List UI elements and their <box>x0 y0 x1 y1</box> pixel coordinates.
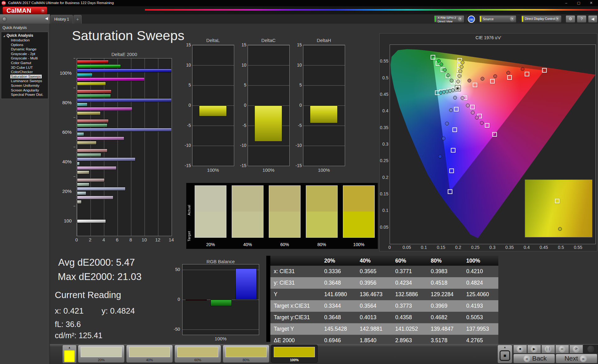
cie-target-square <box>470 105 475 109</box>
logo-dropdown-icon[interactable]: ▼ <box>41 8 45 13</box>
patch-button-60%[interactable]: 60% <box>174 345 221 363</box>
meter-dropdown-arrow-icon[interactable]: ▼ <box>458 16 463 21</box>
cie-x-tick-label: 0.15 <box>437 245 445 250</box>
tree-expand-icon[interactable]: ◢ <box>3 34 5 38</box>
deltae-bar <box>77 128 172 132</box>
patch-button-100%[interactable]: 100% <box>271 345 318 363</box>
maximize-button[interactable]: ▢ <box>572 0 585 6</box>
sidebar-item-spectral-power-dist-[interactable]: Spectral Power Dist. <box>1 92 48 97</box>
cie-measured-point <box>481 77 484 81</box>
display-dropdown-arrow-icon[interactable]: ▼ <box>555 16 560 21</box>
next-button[interactable]: Next» <box>556 354 597 363</box>
sidebar-item-color-gamut[interactable]: Color Gamut <box>1 61 48 65</box>
table-col-header: 100% <box>463 256 498 266</box>
rainbow-strip <box>145 9 598 11</box>
cie-x-tick-label: 0.45 <box>539 245 548 250</box>
sidebar-item-3d-cube-lut[interactable]: 3D Cube LUT <box>1 65 48 70</box>
cie-y-tick-label: 0.55 <box>380 58 388 63</box>
patch-label: 40% <box>126 358 173 362</box>
deltae-x-axis-labels: 02468101214 <box>77 237 171 243</box>
meter-status-badge[interactable]: 231 <box>468 16 475 23</box>
patch-button-20%[interactable]: 20% <box>78 345 125 363</box>
cie-x-tick-label: 0.55 <box>574 245 582 250</box>
patch-expander-button[interactable]: ▲ <box>62 345 77 363</box>
table-row: Target y:CIE310.36480.40130.43580.46820.… <box>270 312 498 323</box>
cie-target-square <box>525 72 529 76</box>
bottom-patch-bar: ▲ 20%40%60%80%100% ▲ ■ ■ ▶ [··] ∞ ⟳ «Bac… <box>50 344 598 364</box>
sidebar-item-options[interactable]: Options <box>1 43 48 47</box>
settings-gear-button[interactable]: ⚙ <box>566 15 575 23</box>
close-button[interactable]: ✕ <box>585 0 597 6</box>
deltae-x-tick-label: 12 <box>155 237 160 242</box>
tab-add-button[interactable]: + <box>74 15 82 24</box>
sidebar-item-grayscale-multi[interactable]: Grayscale - Multi <box>1 56 48 61</box>
deltae-bar <box>77 191 86 195</box>
sidebar-item-screen-angularity[interactable]: Screen Angularity <box>1 88 48 93</box>
deltaH-y-tick-label: 15 <box>292 42 302 47</box>
infinity-icon: ∞ <box>559 346 566 352</box>
deltae-bar <box>77 196 113 199</box>
deltae-bar <box>77 162 80 166</box>
display-control-dropdown[interactable]: Direct Display Control ▼ <box>521 15 562 23</box>
patch-button-40%[interactable]: 40% <box>126 345 173 363</box>
sidebar-header-strip: ◀ <box>0 14 50 24</box>
continuous-measure-button[interactable]: ∞ <box>555 345 569 353</box>
sidebar-item-saturation-sweeps[interactable]: Saturation Sweeps <box>1 74 48 79</box>
cie-y-tick-label: 0.1 <box>380 208 388 213</box>
target-swatch <box>343 212 374 237</box>
actual-row-label: Actual <box>187 189 191 215</box>
calman-logo-menu[interactable]: CalMAN ▼ <box>2 7 47 14</box>
cie-x-tick-label: 0.05 <box>402 245 411 250</box>
sidebar-item-luminance-sweeps[interactable]: Luminance Sweeps <box>1 79 48 83</box>
cie-x-tick-label: 0.3 <box>489 245 495 250</box>
read-patch-button[interactable]: ▲ ■ <box>497 345 512 363</box>
cie-measured-point <box>439 91 443 95</box>
patch-swatch <box>177 347 218 357</box>
source-dropdown-arrow-icon[interactable]: ▼ <box>510 16 515 21</box>
workflow-dot-button[interactable] <box>2 17 7 21</box>
cie-measured-point <box>493 74 497 78</box>
back-button[interactable]: «Back <box>513 354 555 363</box>
sidebar-collapse-icon[interactable]: ◀ <box>45 16 48 21</box>
stop-measure-button[interactable]: ■ <box>513 345 527 353</box>
table-corner-header <box>270 256 321 266</box>
minimize-button[interactable]: – <box>560 0 572 6</box>
source-dropdown[interactable]: Source ▼ <box>479 15 516 23</box>
deltaL-y-tick-label: -15 <box>182 163 191 168</box>
table-cell: 129.2284 <box>427 289 463 300</box>
deltaH-y-tick-label: -10 <box>292 143 302 148</box>
cie-y-tick-label: 0.45 <box>380 92 388 97</box>
current-fl-value: fL: 36.6 <box>55 320 81 329</box>
tab-history-1[interactable]: History 1 <box>50 15 73 24</box>
cie-target-square <box>473 82 477 87</box>
cie-measured-point <box>461 61 464 64</box>
panel-collapse-button[interactable]: ◀ <box>588 15 597 23</box>
sidebar-item-screen-uniformity[interactable]: Screen Uniformity <box>1 83 48 88</box>
loop-measure-button[interactable]: ⟳ <box>569 345 583 353</box>
sidebar-item-grayscale-2pt[interactable]: Grayscale - 2pt <box>1 52 48 56</box>
deltae-group-label: 40% <box>58 159 72 164</box>
patch-button-80%[interactable]: 80% <box>223 345 269 363</box>
deltaC-y-tick-label: 5 <box>237 82 246 87</box>
compare-swatch-60% <box>269 185 301 238</box>
saturation-data-table: 20%40%60%80%100%x: CIE310.33360.35650.37… <box>270 256 498 346</box>
deltae-axis-tick <box>74 88 75 88</box>
deltae-bar <box>77 157 135 161</box>
help-button[interactable]: ? <box>577 15 586 23</box>
compare-swatch-40% <box>232 185 263 238</box>
deltaH-plot <box>303 45 345 166</box>
cie-measured-point <box>471 111 475 114</box>
cie-y-tick-label: 0.3 <box>380 142 388 147</box>
cie-inset-measured-point <box>558 227 562 231</box>
deltaL-y-tick-label: 5 <box>182 82 191 87</box>
series-measure-button[interactable]: [··] <box>541 345 555 353</box>
deltae-x-tick-label: 4 <box>102 237 105 242</box>
sidebar-item-colorchecker[interactable]: ColorChecker <box>1 70 48 74</box>
sidebar-item-dynamic-range[interactable]: Dynamic Range <box>1 47 48 52</box>
play-measure-button[interactable]: ▶ <box>527 345 541 353</box>
workflow-tree: ◢ Quick Analysis IntroductionOptionsDyna… <box>1 32 48 99</box>
compare-swatch-label: 80% <box>306 242 338 247</box>
tree-root-quick-analysis[interactable]: ◢ Quick Analysis <box>1 33 48 38</box>
meter-dropdown[interactable]: X-Rite i1Pro 2 Direct View ▼ <box>434 15 464 23</box>
sidebar-item-introduction[interactable]: Introduction <box>1 38 48 43</box>
